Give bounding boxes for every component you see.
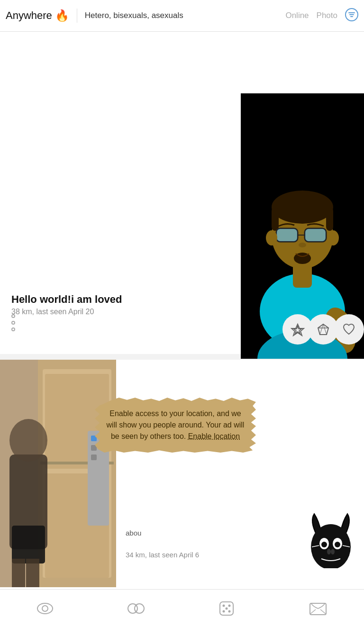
svg-rect-37: [12, 559, 25, 587]
card1-info: Hello world!i am loved 38 km, last seen …: [0, 32, 241, 354]
photo-filter[interactable]: Photo: [317, 11, 337, 20]
messages-tab[interactable]: [118, 596, 155, 621]
svg-point-55: [223, 610, 225, 612]
browse-tab[interactable]: [27, 596, 63, 621]
dot-3: [11, 327, 15, 331]
action-buttons: [287, 314, 364, 345]
nav-divider: [77, 9, 77, 23]
svg-point-44: [327, 549, 331, 554]
svg-point-42: [321, 542, 327, 547]
svg-point-48: [37, 603, 53, 614]
filter-icon[interactable]: [345, 8, 358, 24]
flame-icon: 🔥: [55, 9, 69, 22]
svg-point-53: [223, 604, 225, 607]
bottom-navigation: [0, 589, 364, 627]
svg-point-43: [335, 542, 340, 547]
card2-photo[interactable]: [0, 360, 116, 587]
devil-mask-icon: [302, 511, 359, 568]
svg-point-13: [299, 243, 306, 247]
main-content: Hello world!i am loved 38 km, last seen …: [0, 32, 364, 587]
enable-location-link[interactable]: Enable location: [188, 432, 240, 440]
top-navigation: Anywhere 🔥 Hetero, bisexuals, asexuals O…: [0, 0, 364, 32]
svg-rect-11: [277, 229, 297, 241]
favorites-tab[interactable]: [299, 596, 337, 621]
svg-point-35: [9, 419, 47, 462]
dot-1: [11, 314, 15, 318]
location-filter[interactable]: Anywhere 🔥: [6, 9, 69, 22]
location-label: Anywhere: [6, 9, 52, 22]
random-tab[interactable]: [209, 596, 245, 621]
svg-point-56: [228, 610, 231, 612]
svg-rect-36: [12, 526, 45, 563]
card1-name: Hello world!i am loved: [11, 293, 229, 306]
tooltip-text: Enable access to your location, and we w…: [107, 409, 245, 440]
card1-distance: 38 km, last seen April 20: [11, 308, 229, 316]
svg-rect-38: [26, 559, 39, 587]
card2-bio-text: abou: [126, 529, 141, 537]
svg-point-45: [331, 549, 335, 554]
svg-rect-33: [91, 454, 97, 460]
svg-point-54: [228, 604, 231, 607]
svg-point-16: [266, 230, 277, 245]
svg-rect-12: [305, 229, 326, 241]
svg-point-15: [328, 230, 339, 245]
svg-point-49: [42, 606, 48, 611]
svg-marker-20: [318, 324, 328, 335]
svg-point-51: [135, 604, 144, 613]
more-options[interactable]: [11, 314, 15, 331]
orientation-filter[interactable]: Hetero, bisexuals, asexuals: [85, 11, 183, 20]
svg-point-57: [226, 607, 228, 609]
profile-card-2: Makati. abou passionate 34 km, last seen…: [0, 360, 364, 587]
svg-point-5: [272, 191, 333, 224]
like-button[interactable]: [334, 314, 364, 345]
svg-rect-7: [326, 207, 333, 231]
profile-card-1: Hello world!i am loved 38 km, last seen …: [0, 32, 364, 354]
online-filter[interactable]: Online: [285, 11, 309, 20]
location-tooltip: Enable access to your location, and we w…: [95, 398, 256, 453]
dot-2: [11, 321, 15, 325]
card2-info: Makati. abou passionate 34 km, last seen…: [116, 360, 364, 587]
svg-rect-6: [272, 207, 279, 231]
